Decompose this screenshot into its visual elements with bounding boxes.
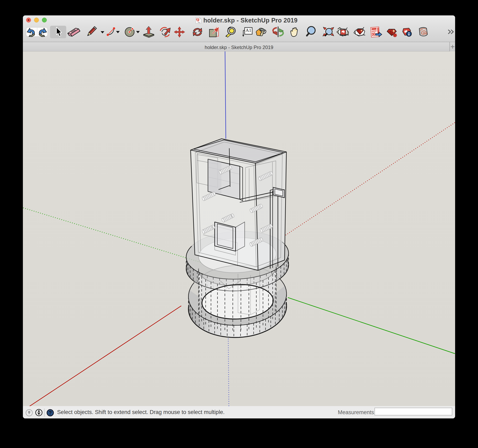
svg-text:?: ?: [49, 410, 52, 416]
svg-text:A1: A1: [245, 28, 251, 33]
svg-text:.skp: .skp: [197, 22, 200, 23]
